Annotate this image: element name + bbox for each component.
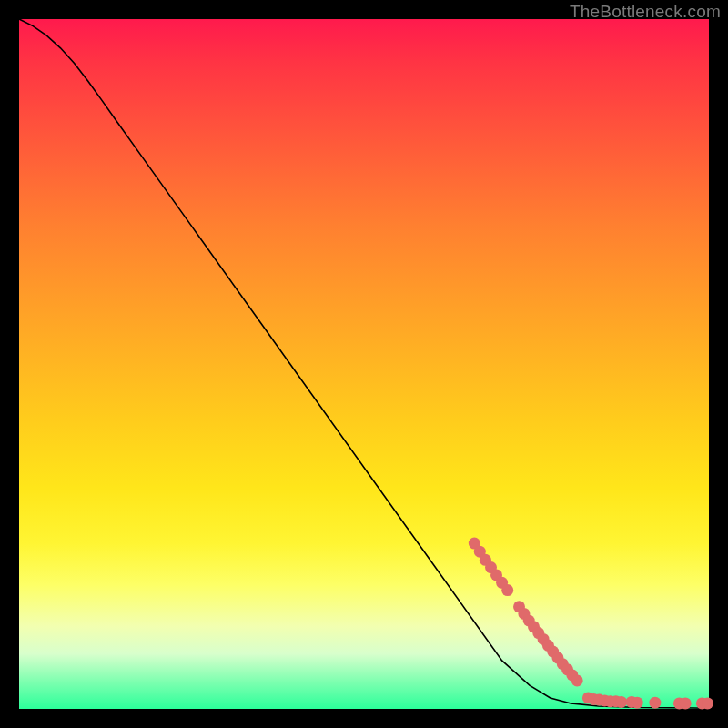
data-dot <box>571 674 583 686</box>
curve-line <box>19 19 709 708</box>
data-dot <box>632 697 643 709</box>
data-dots <box>469 538 713 710</box>
watermark-text: TheBottleneck.com <box>570 2 721 22</box>
chart-frame: TheBottleneck.com <box>0 0 728 728</box>
data-dot <box>702 697 713 709</box>
chart-svg <box>19 19 709 709</box>
data-dot <box>501 584 513 596</box>
chart-plot-area <box>19 19 709 709</box>
data-dot <box>680 697 692 709</box>
data-dot <box>649 697 661 709</box>
data-dot <box>615 696 627 708</box>
